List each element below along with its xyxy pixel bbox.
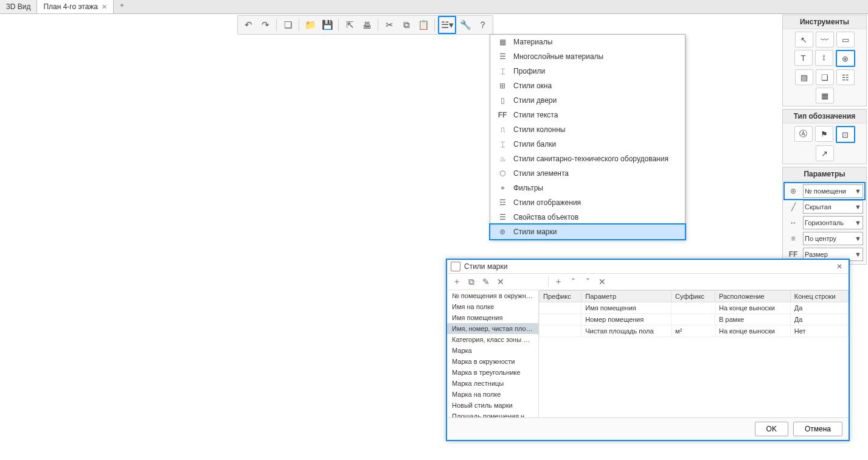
row-delete-icon[interactable]: ✕: [597, 277, 607, 287]
param-line-row: ╱ Скрытая▼: [785, 199, 864, 215]
svg-text:ОК1: ОК1: [114, 433, 130, 442]
type-room-icon[interactable]: ⊡: [836, 126, 855, 143]
list-add-icon[interactable]: ＋: [452, 276, 462, 287]
param-orient-select[interactable]: Горизонталь▼: [803, 216, 863, 229]
svg-text:2: 2: [363, 209, 367, 219]
style-list-item[interactable]: Марка на полке: [447, 389, 538, 400]
table-row[interactable]: Чистая площадь полам²На конце выноскиНет: [540, 326, 849, 337]
param-orient-row: ↔ Горизонталь▼: [785, 215, 864, 231]
paste-icon[interactable]: 📋: [415, 17, 431, 33]
type-a-icon[interactable]: Ⓐ: [794, 126, 813, 142]
save-icon[interactable]: 💾: [319, 17, 335, 33]
cancel-button[interactable]: Отмена: [793, 422, 842, 436]
row-up-icon[interactable]: ˄: [568, 277, 578, 287]
style-list-item[interactable]: Марка: [447, 345, 538, 356]
print-icon[interactable]: 🖶: [359, 17, 375, 33]
style-list-item[interactable]: Новый стиль марки: [447, 400, 538, 411]
menu-tag-styles[interactable]: ⊛Стили марки: [489, 223, 686, 240]
menu-object-props[interactable]: ☰Свойства объектов: [490, 210, 685, 225]
svg-text:Разработка Pilot ICE: Разработка Pilot ICE: [82, 65, 180, 77]
undo-icon[interactable]: ↶: [240, 17, 256, 33]
cut-icon[interactable]: ✂: [381, 17, 397, 33]
tab-3d-view[interactable]: 3D Вид: [0, 0, 37, 13]
style-list-item[interactable]: Категория, класс зоны помещен: [447, 334, 538, 345]
tool-curve-icon[interactable]: 〰: [816, 32, 834, 47]
type-flag-icon[interactable]: ⚑: [815, 126, 833, 142]
folder-open-icon[interactable]: 📁: [302, 17, 318, 33]
style-list-item[interactable]: Марка лестницы: [447, 378, 538, 389]
help-icon[interactable]: ？: [474, 17, 490, 33]
svg-text:Колонна К1: Колонна К1: [129, 102, 178, 113]
style-list-item[interactable]: Имя помещения: [447, 312, 538, 323]
menu-column-styles[interactable]: ⎍Стили колонны: [490, 122, 685, 137]
svg-rect-10: [231, 144, 462, 152]
menu-materials[interactable]: ▦Материалы: [490, 35, 685, 49]
svg-point-32: [356, 206, 373, 223]
svg-text:Санитарный узел: Санитарный узел: [255, 51, 330, 61]
svg-text:С111: С111: [420, 96, 442, 106]
table-row[interactable]: Номер помещенияВ рамкеДа: [540, 314, 849, 326]
tool-tag-icon[interactable]: ⊛: [836, 50, 855, 67]
row-add-icon[interactable]: ＋: [554, 276, 563, 287]
tool-dim-icon[interactable]: ⟟: [815, 50, 833, 66]
style-list-item[interactable]: Площадь помещения на полке: [447, 411, 538, 417]
svg-text:Д: Д: [369, 313, 375, 323]
document-tabs: 3D Вид План 4-го этажа✕ +: [0, 0, 868, 14]
dialog-close-icon[interactable]: ✕: [834, 262, 845, 271]
menu-multilayer[interactable]: ☰Многослойные материалы: [490, 49, 685, 64]
param-align-select[interactable]: По центру▼: [803, 232, 863, 245]
list-edit-icon[interactable]: ✎: [481, 277, 491, 287]
svg-text:ОК1: ОК1: [372, 433, 389, 442]
row-down-icon[interactable]: ˅: [583, 277, 592, 287]
tool-3d-icon[interactable]: ❏: [816, 69, 834, 85]
tool-table-icon[interactable]: ☷: [836, 69, 855, 85]
table-header: Префикс: [540, 291, 582, 302]
svg-text:301 мм × 147 мм: 301 мм × 147 мм: [304, 261, 312, 318]
menu-element-styles[interactable]: ⬡Стили элемента: [490, 166, 685, 181]
menu-window-styles[interactable]: ⊞Стили окна: [490, 78, 685, 93]
svg-point-30: [387, 178, 404, 195]
ok-button[interactable]: OK: [755, 422, 788, 436]
menu-door-styles[interactable]: ▯Стили двери: [490, 93, 685, 108]
list-delete-icon[interactable]: ✕: [496, 277, 505, 287]
menu-filters[interactable]: ⌖Фильтры: [490, 181, 685, 195]
tab-add[interactable]: +: [114, 0, 130, 13]
type-leader-icon[interactable]: ↗: [816, 145, 834, 161]
menu-beam-styles[interactable]: ⌶Стили балки: [490, 137, 685, 152]
tag-styles-dialog: Стили марки ✕ ＋ ⧉ ✎ ✕ ＋ ˄ ˅ ✕ № помещени…: [446, 259, 850, 441]
copy-icon[interactable]: ⧉: [398, 17, 414, 33]
param-line-select[interactable]: Скрытая▼: [803, 200, 863, 214]
menu-profiles[interactable]: ⌶Профили: [490, 64, 685, 78]
style-list-item[interactable]: Марка в треугольнике: [447, 367, 538, 378]
style-list-item[interactable]: Марка в окружности: [447, 356, 538, 367]
table-row[interactable]: Имя помещенияНа конце выноскиДа: [540, 302, 849, 314]
style-list-item[interactable]: Имя на полке: [447, 301, 538, 312]
tool-text-icon[interactable]: T: [794, 50, 813, 66]
svg-text:В4: В4: [152, 332, 163, 343]
tool-grid-icon[interactable]: ▦: [816, 88, 834, 103]
tool-rect-icon[interactable]: ▭: [836, 32, 855, 47]
menu-display-styles[interactable]: ☲Стили отображения: [490, 195, 685, 210]
svg-text:412: 412: [370, 257, 384, 267]
menu-plumbing-styles[interactable]: ♨Стили санитарно-технического оборудован…: [490, 152, 685, 166]
styles-manager-button[interactable]: ☱▾: [438, 16, 456, 34]
style-list-item[interactable]: № помещения в окружности: [447, 290, 538, 301]
menu-text-styles[interactable]: FFСтили текста: [490, 108, 685, 122]
redo-icon[interactable]: ↷: [257, 17, 273, 33]
tool-select-icon[interactable]: ↖: [795, 32, 813, 47]
settings-icon[interactable]: 🔧: [457, 17, 473, 33]
list-copy-icon[interactable]: ⧉: [467, 277, 476, 287]
tool-hatch-icon[interactable]: ▨: [795, 69, 813, 85]
align-icon: ≡: [786, 232, 800, 245]
export-icon[interactable]: ⇱: [342, 17, 358, 33]
box3d-icon[interactable]: ❏: [280, 17, 296, 33]
param-style-select[interactable]: № помещени▼: [803, 184, 863, 198]
style-list-item[interactable]: Имя, номер, чистая площадь по: [447, 323, 538, 334]
close-icon[interactable]: ✕: [102, 3, 107, 11]
svg-text:5: 5: [256, 170, 261, 179]
table-header: Конец строки: [790, 291, 848, 302]
svg-rect-70: [365, 313, 380, 324]
dialog-title: Стили марки: [464, 262, 507, 271]
tab-floor-plan[interactable]: План 4-го этажа✕: [37, 0, 114, 13]
param-align-row: ≡ По центру▼: [785, 231, 864, 246]
